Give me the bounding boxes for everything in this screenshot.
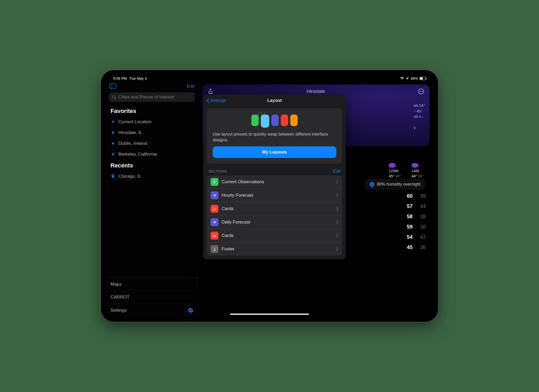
section-label: Daily Forecast: [222, 220, 250, 225]
section-item[interactable]: 🗂Cards: [207, 229, 342, 242]
status-time: 9:06 PM: [113, 76, 127, 81]
star-icon: ★: [111, 151, 115, 157]
obs-line: nd 4 ↓: [414, 114, 433, 120]
layout-popover: Settings Layout \ | / Use layout presets…: [203, 95, 346, 259]
recent-item[interactable]: Chicago, IL: [109, 171, 194, 182]
section-icon: 🗂: [211, 205, 218, 213]
favorites-heading: Favorites: [111, 108, 193, 115]
svg-line-3: [115, 98, 116, 99]
search-icon: [112, 95, 116, 99]
sidebar-maps[interactable]: Maps: [106, 278, 198, 291]
spark-icon: \ | /: [258, 112, 265, 116]
sidebar-edit-button[interactable]: Edit: [187, 84, 194, 89]
preset-blob: [281, 115, 288, 126]
search-placeholder: Cities and Places of Interest: [118, 95, 174, 100]
daily-hi: 60: [397, 193, 413, 199]
chevron-right-icon: [336, 180, 338, 184]
daily-lo: 38: [413, 214, 426, 220]
pin-icon: [111, 174, 115, 178]
daily-lo: 36: [413, 244, 426, 250]
status-date: Tue May 4: [129, 76, 147, 81]
share-button[interactable]: [207, 88, 214, 95]
section-icon: 🗂: [211, 232, 218, 240]
city-title: Hinsdale: [214, 89, 417, 94]
section-label: Cards: [222, 233, 233, 238]
section-item[interactable]: ✦Daily Forecast: [207, 216, 342, 229]
ipad-frame: 9:06 PM Tue May 4 48%: [101, 70, 438, 322]
daily-hi: 45: [397, 244, 413, 250]
back-button[interactable]: Settings: [206, 98, 226, 103]
section-label: Hourly Forecast: [222, 193, 253, 198]
preset-card: \ | / Use layout presets to quickly swap…: [207, 108, 342, 164]
location-arrow-icon: [406, 77, 409, 80]
hourly-strip[interactable]: 12AM 45°48° 1AM 44°48° 2A 43: [389, 163, 433, 178]
humidity-text: 80% humidity overnight: [377, 182, 421, 187]
battery-icon: [420, 77, 426, 80]
location-arrow-icon: [111, 120, 115, 124]
daily-lo: 44: [413, 203, 426, 209]
section-icon: 🌡: [211, 178, 218, 186]
section-icon: ⤓: [211, 245, 218, 253]
preset-blob: [251, 115, 259, 126]
daily-lo: 38: [413, 224, 426, 230]
section-item[interactable]: 🗂Cards: [207, 202, 342, 216]
star-icon: ★: [111, 141, 115, 146]
sidebar-toggle-icon[interactable]: [109, 83, 116, 89]
favorite-current-location[interactable]: Current Location: [109, 117, 194, 127]
favorite-label: Hinsdale, IL: [118, 130, 142, 135]
section-label: Footer: [222, 246, 234, 252]
star-icon: ★: [111, 130, 115, 135]
sidebar-carrot[interactable]: CARROT: [106, 291, 198, 304]
svg-point-2: [113, 96, 115, 98]
section-label: Cards: [222, 206, 233, 211]
sections-list: 🌡Current Observations✦Hourly Forecast🗂Ca…: [207, 175, 342, 256]
favorite-label: Dublin, Ireland: [118, 141, 147, 146]
favorite-label: Current Location: [118, 119, 152, 125]
home-indicator[interactable]: [230, 314, 309, 315]
section-icon: ✦: [211, 218, 218, 226]
section-item[interactable]: ✦Hourly Forecast: [207, 189, 342, 202]
hour-cell[interactable]: 12AM 45°48°: [389, 163, 401, 178]
obs-line: y.: [414, 125, 433, 130]
favorite-label: Berkeley, California: [118, 152, 157, 157]
svg-rect-0: [110, 84, 116, 88]
sections-edit-button[interactable]: Edit: [333, 168, 341, 174]
sidebar-settings[interactable]: Settings: [106, 304, 198, 317]
moon-icon: [389, 163, 396, 168]
section-item[interactable]: 🌡Current Observations: [207, 175, 342, 189]
daily-hi: 54: [397, 234, 413, 240]
chevron-right-icon: [336, 207, 338, 211]
preset-blob: [271, 115, 279, 126]
gear-icon: [188, 307, 193, 313]
wifi-icon: [400, 77, 404, 80]
daily-hi: 58: [397, 214, 413, 220]
obs-line: ↑ 45↓: [414, 108, 433, 114]
search-input[interactable]: Cities and Places of Interest: [109, 92, 195, 102]
obs-line: els 54°: [414, 103, 433, 108]
favorite-item[interactable]: ★ Hinsdale, IL: [109, 127, 194, 138]
favorite-item[interactable]: ★ Berkeley, California: [109, 149, 194, 160]
chevron-right-icon: [336, 247, 338, 251]
chevron-right-icon: [336, 220, 338, 224]
preset-blob: [290, 115, 298, 126]
recents-heading: Recents: [111, 162, 193, 169]
favorite-item[interactable]: ★ Dublin, Ireland: [109, 138, 194, 149]
preset-blobs: \ | /: [213, 115, 336, 128]
status-bar: 9:06 PM Tue May 4 48%: [106, 75, 433, 82]
droplet-icon: [368, 181, 375, 187]
hour-label: 12AM: [389, 169, 401, 173]
daily-hi: 59: [397, 224, 413, 230]
section-icon: ✦: [211, 191, 218, 199]
battery-percent: 48%: [411, 76, 418, 81]
preset-description: Use layout presets to quickly swap betwe…: [213, 131, 336, 143]
section-item[interactable]: ⤓Footer: [207, 242, 342, 256]
moon-icon: [412, 163, 418, 168]
recent-label: Chicago, IL: [118, 174, 141, 179]
section-label: Current Observations: [222, 179, 264, 185]
sections-title: SECTIONS: [208, 169, 227, 173]
my-layouts-button[interactable]: My Layouts: [213, 146, 336, 158]
humidity-chip[interactable]: 80% humidity overnight: [365, 179, 425, 190]
screen: 9:06 PM Tue May 4 48%: [106, 75, 433, 317]
hour-cell[interactable]: 1AM 44°48°: [412, 163, 424, 178]
preset-blob: [261, 115, 269, 128]
